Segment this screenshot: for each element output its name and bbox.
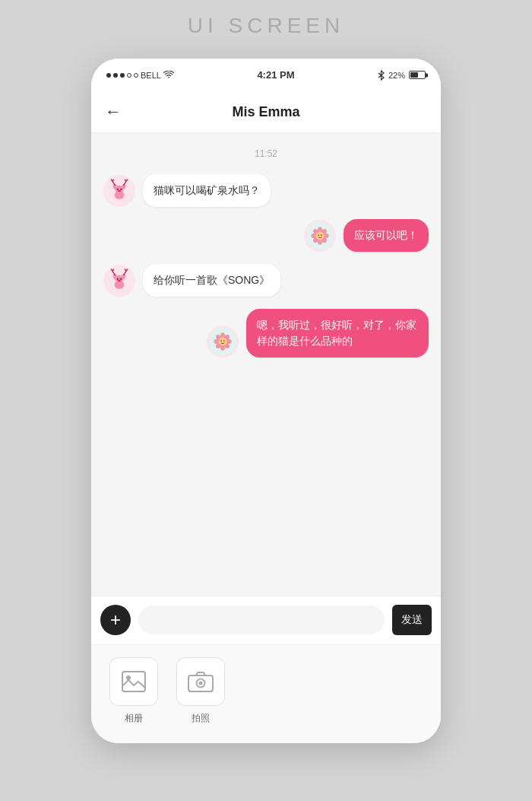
- svg-point-25: [316, 231, 325, 240]
- dot5: [134, 73, 138, 78]
- message-row-1: 猫咪可以喝矿泉水吗？: [103, 174, 429, 207]
- back-button[interactable]: ←: [105, 102, 122, 122]
- avatar-deer: [103, 175, 135, 207]
- wifi-icon: [163, 71, 174, 79]
- input-area: + 发送: [91, 596, 441, 644]
- dot2: [113, 73, 118, 78]
- camera-icon-box: [176, 657, 225, 706]
- avatar-crab-2: [207, 326, 239, 358]
- svg-point-13: [117, 188, 119, 189]
- phone-wrapper: BELL 4:21 PM 22% ← Mis Emma: [91, 59, 441, 743]
- battery-icon: [409, 71, 426, 79]
- svg-point-41: [118, 279, 121, 281]
- svg-point-27: [321, 234, 322, 236]
- svg-point-53: [223, 340, 225, 342]
- bubble-1: 猫咪可以喝矿泉水吗？: [143, 174, 271, 207]
- album-label: 相册: [125, 712, 143, 725]
- dot1: [106, 73, 111, 78]
- avatar-deer-2: [103, 265, 135, 297]
- chat-area: 11:52: [91, 133, 441, 596]
- chat-title: Mis Emma: [232, 104, 299, 120]
- carrier-label: BELL: [141, 71, 161, 80]
- message-row-2: 应该可以吧！: [103, 219, 429, 252]
- chat-header: ← Mis Emma: [91, 92, 441, 133]
- chat-timestamp: 11:52: [103, 148, 429, 159]
- camera-label: 拍照: [192, 712, 210, 725]
- svg-point-58: [199, 681, 203, 685]
- signal-dots: [106, 73, 138, 78]
- send-button[interactable]: 发送: [392, 605, 432, 635]
- svg-point-15: [118, 189, 121, 192]
- svg-rect-54: [122, 672, 145, 691]
- message-input[interactable]: [138, 606, 385, 634]
- camera-icon: [188, 671, 214, 692]
- album-icon-box: [109, 657, 158, 706]
- bubble-2: 应该可以吧！: [344, 219, 429, 252]
- bubble-3: 给你听一首歌《SONG》: [143, 264, 280, 297]
- album-button[interactable]: 相册: [109, 657, 158, 725]
- svg-point-26: [318, 234, 319, 236]
- plus-button[interactable]: +: [100, 605, 131, 635]
- bubble-4: 嗯，我听过，很好听，对了，你家样的猫是什么品种的: [246, 309, 429, 358]
- message-row-4: 嗯，我听过，很好听，对了，你家样的猫是什么品种的: [103, 309, 429, 358]
- media-tray: 相册 拍照: [91, 644, 441, 743]
- message-row-3: 给你听一首歌《SONG》: [103, 264, 429, 297]
- status-time: 4:21 PM: [257, 69, 294, 81]
- svg-point-52: [220, 340, 222, 342]
- avatar-crab: [304, 220, 336, 252]
- dot4: [127, 73, 131, 78]
- svg-point-39: [117, 278, 119, 279]
- status-left: BELL: [106, 71, 174, 80]
- camera-button[interactable]: 拍照: [176, 657, 225, 725]
- status-bar: BELL 4:21 PM 22%: [91, 59, 441, 92]
- svg-point-14: [120, 188, 122, 189]
- image-icon: [122, 671, 146, 692]
- status-right: 22%: [378, 70, 426, 81]
- battery-pct-label: 22%: [388, 71, 405, 80]
- dot3: [120, 73, 125, 78]
- svg-point-51: [219, 337, 227, 345]
- bluetooth-icon: [378, 70, 385, 81]
- ui-screen-label: UI SCREEN: [188, 14, 344, 38]
- svg-point-40: [120, 278, 122, 279]
